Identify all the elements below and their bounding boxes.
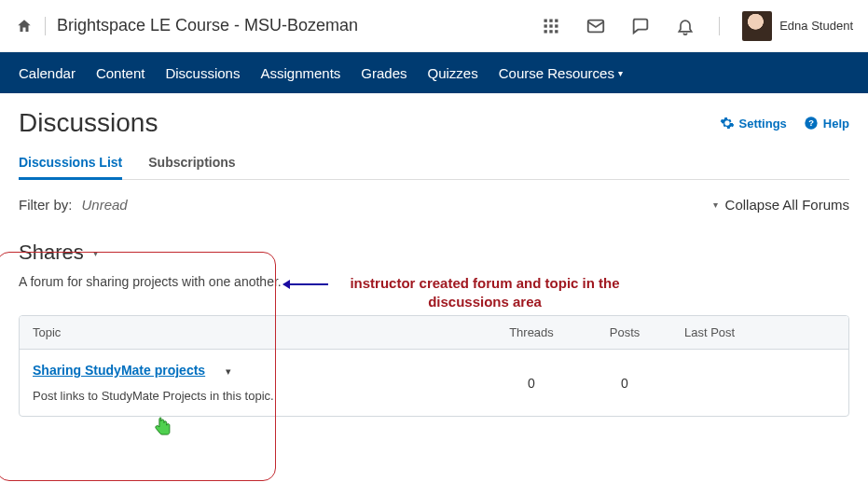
svg-rect-3 (544, 24, 547, 27)
settings-link[interactable]: Settings (720, 116, 787, 131)
divider (719, 17, 720, 35)
forum-header: Shares ▾ (19, 241, 849, 265)
topic-menu-caret[interactable]: ▾ (226, 365, 231, 377)
course-nav: Calendar Content Discussions Assignments… (0, 52, 868, 93)
cursor-hand-icon (153, 415, 173, 439)
filter-unread[interactable]: Unread (82, 197, 128, 213)
svg-rect-6 (544, 30, 547, 33)
filter-row: Filter by: Unread ▾ Collapse All Forums (19, 197, 849, 213)
settings-label: Settings (739, 117, 787, 131)
nav-dropdown-label: Course Resources (499, 65, 614, 81)
threads-count: 0 (485, 350, 578, 416)
svg-rect-8 (555, 30, 558, 33)
nav-course-resources[interactable]: Course Resources ▾ (499, 65, 623, 81)
home-icon[interactable] (15, 17, 34, 35)
svg-rect-7 (550, 30, 553, 33)
svg-rect-0 (544, 19, 547, 21)
nav-grades[interactable]: Grades (361, 65, 406, 81)
help-icon: ? (804, 116, 819, 131)
filter-label: Filter by: (19, 197, 73, 213)
tab-discussions-list[interactable]: Discussions List (19, 147, 122, 180)
discussion-tabs: Discussions List Subscriptions (19, 147, 849, 180)
chevron-down-icon: ▾ (618, 68, 623, 78)
collapse-label: Collapse All Forums (725, 197, 849, 213)
chevron-down-icon: ▾ (713, 200, 718, 210)
apps-icon[interactable] (538, 13, 564, 39)
help-label: Help (823, 117, 849, 131)
course-title[interactable]: Brightspace LE Course - MSU-Bozeman (57, 16, 358, 35)
collapse-all-forums[interactable]: ▾ Collapse All Forums (713, 197, 849, 213)
content-area: Discussions Settings ? Help Discussions … (0, 93, 868, 432)
col-last-post: Last Post (671, 316, 848, 349)
col-posts: Posts (578, 316, 671, 349)
svg-rect-4 (550, 24, 553, 27)
col-topic: Topic (20, 316, 485, 349)
table-row: Sharing StudyMate projects ▾ Post links … (20, 350, 848, 416)
topic-description: Post links to StudyMate Projects in this… (33, 389, 472, 403)
divider (45, 17, 46, 35)
bell-icon[interactable] (672, 13, 698, 39)
help-link[interactable]: ? Help (804, 116, 849, 131)
forum-menu-caret[interactable]: ▾ (93, 248, 98, 258)
forum-block: Shares ▾ A forum for sharing projects wi… (19, 241, 849, 417)
svg-rect-1 (550, 19, 553, 21)
topic-table: Topic Threads Posts Last Post Sharing St… (19, 315, 849, 417)
forum-title[interactable]: Shares (19, 241, 84, 265)
user-menu[interactable]: Edna Student (742, 11, 853, 41)
nav-calendar[interactable]: Calendar (19, 65, 76, 81)
svg-rect-5 (555, 24, 558, 27)
nav-quizzes[interactable]: Quizzes (428, 65, 478, 81)
mail-icon[interactable] (583, 13, 609, 39)
topic-link[interactable]: Sharing StudyMate projects (33, 363, 205, 378)
col-threads: Threads (485, 316, 578, 349)
tab-subscriptions[interactable]: Subscriptions (148, 147, 235, 179)
nav-assignments[interactable]: Assignments (260, 65, 340, 81)
svg-text:?: ? (808, 118, 814, 128)
svg-rect-2 (555, 19, 558, 21)
gear-icon (720, 116, 735, 131)
filter-by: Filter by: Unread (19, 197, 128, 213)
user-name: Edna Student (779, 19, 853, 33)
nav-discussions[interactable]: Discussions (165, 65, 240, 81)
posts-count: 0 (578, 350, 671, 416)
page-title: Discussions (19, 108, 158, 138)
chat-icon[interactable] (627, 13, 654, 39)
page-actions: Settings ? Help (720, 116, 849, 131)
topic-cell: Sharing StudyMate projects ▾ Post links … (20, 350, 485, 416)
nav-content[interactable]: Content (96, 65, 145, 81)
top-header: Brightspace LE Course - MSU-Bozeman Edna… (0, 0, 868, 52)
table-header-row: Topic Threads Posts Last Post (20, 316, 848, 350)
avatar (742, 11, 772, 41)
forum-description: A forum for sharing projects with one an… (19, 274, 849, 289)
page-header: Discussions Settings ? Help (19, 108, 849, 138)
last-post (671, 350, 848, 416)
